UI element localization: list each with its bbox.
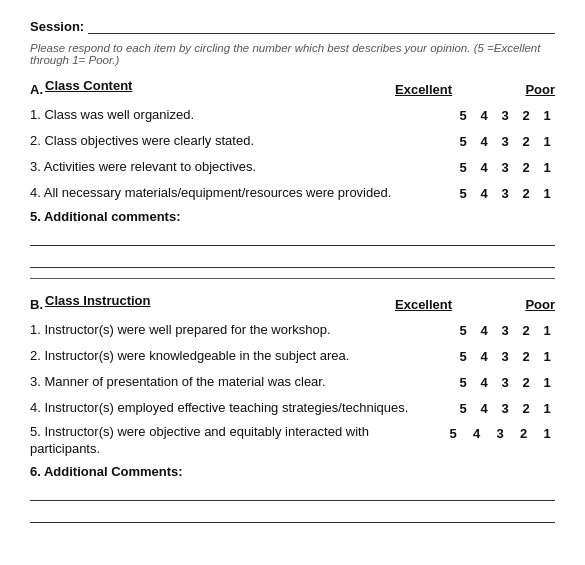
section-b-q4: 4. Instructor(s) employed effective teac… [30,398,555,418]
section-a-poor-label: Poor [525,82,555,97]
section-b-q3-ratings: 5 4 3 2 1 [455,375,555,390]
section-divider [30,278,555,279]
section-a-q2-text: 2. Class objectives were clearly stated. [30,133,455,150]
section-a-q3-ratings: 5 4 3 2 1 [455,160,555,175]
section-b-additional-label: 6. Additional Comments: [30,464,183,479]
section-b-poor-label: Poor [525,297,555,312]
section-b: B. Class Instruction Excellent Poor 1. I… [30,293,555,523]
section-b-q2-ratings: 5 4 3 2 1 [455,349,555,364]
section-b-q3-text: 3. Manner of presentation of the materia… [30,374,455,391]
section-a-q2-ratings: 5 4 3 2 1 [455,134,555,149]
section-b-q5: 5. Instructor(s) were objective and equi… [30,424,555,458]
session-label: Session: [30,19,84,34]
session-row: Session: [30,18,555,34]
section-b-q2-text: 2. Instructor(s) were knowledgeable in t… [30,348,455,365]
section-a-q1-ratings: 5 4 3 2 1 [455,108,555,123]
section-b-q1: 1. Instructor(s) were well prepared for … [30,320,555,340]
section-b-comment-line-1 [30,483,555,501]
section-a-comment-line-2 [30,250,555,268]
section-a-letter: A. [30,82,43,97]
section-a-q4: 4. All necessary materials/equipment/res… [30,183,555,203]
session-line [88,18,555,34]
section-b-q5-text: 5. Instructor(s) were objective and equi… [30,424,445,458]
rating-2: 2 [518,108,534,123]
section-a-excellent-label: Excellent [395,82,452,97]
section-b-header-row: B. Class Instruction Excellent Poor [30,293,555,316]
section-a-q1: 1. Class was well organized. 5 4 3 2 1 [30,105,555,125]
section-b-q4-text: 4. Instructor(s) employed effective teac… [30,400,455,417]
instructions-text: Please respond to each item by circling … [30,42,555,66]
section-b-q3: 3. Manner of presentation of the materia… [30,372,555,392]
section-b-q1-text: 1. Instructor(s) were well prepared for … [30,322,455,339]
section-a-comment-lines [30,228,555,268]
section-a-q1-text: 1. Class was well organized. [30,107,455,124]
section-b-comment-line-2 [30,505,555,523]
section-a-q2: 2. Class objectives were clearly stated.… [30,131,555,151]
section-b-q2: 2. Instructor(s) were knowledgeable in t… [30,346,555,366]
section-a-title: Class Content [45,78,132,93]
rating-3: 3 [497,108,513,123]
section-a-comment-line-1 [30,228,555,246]
section-b-title: Class Instruction [45,293,150,308]
section-b-q4-ratings: 5 4 3 2 1 [455,401,555,416]
section-b-q5-ratings: 5 4 3 2 1 [445,426,555,441]
rating-1: 1 [539,108,555,123]
section-b-letter: B. [30,297,43,312]
section-b-q1-ratings: 5 4 3 2 1 [455,323,555,338]
section-a-additional-comments-label-row: 5. Additional comments: [30,209,555,224]
section-a-rating-headers: Excellent Poor [395,82,555,97]
section-b-excellent-label: Excellent [395,297,452,312]
section-a-q3: 3. Activities were relevant to objective… [30,157,555,177]
section-a-q4-ratings: 5 4 3 2 1 [455,186,555,201]
section-b-comment-lines [30,483,555,523]
rating-5: 5 [455,108,471,123]
section-a-additional-label: 5. Additional comments: [30,209,180,224]
section-a-q3-text: 3. Activities were relevant to objective… [30,159,455,176]
section-a: A. Class Content Excellent Poor 1. Class… [30,78,555,268]
section-b-additional-comments-label-row: 6. Additional Comments: [30,464,555,479]
section-b-rating-headers: Excellent Poor [395,297,555,312]
section-a-q4-text: 4. All necessary materials/equipment/res… [30,185,455,202]
rating-4: 4 [476,108,492,123]
section-a-header-row: A. Class Content Excellent Poor [30,78,555,101]
